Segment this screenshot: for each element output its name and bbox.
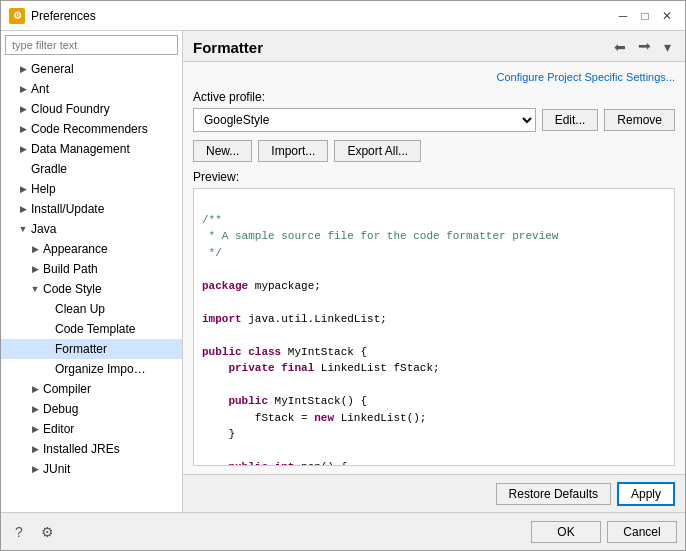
- preferences-window: ⚙ Preferences ─ □ ✕ ▶ General ▶ Ant ▶: [0, 0, 686, 551]
- menu-button[interactable]: ▾: [660, 37, 675, 57]
- help-icon[interactable]: ?: [9, 522, 29, 542]
- arrow-junit: ▶: [29, 463, 41, 475]
- sidebar-label-formatter: Formatter: [55, 342, 107, 356]
- arrow-cloud-foundry: ▶: [17, 103, 29, 115]
- arrow-installed-jres: ▶: [29, 443, 41, 455]
- configure-project-link[interactable]: Configure Project Specific Settings...: [496, 71, 675, 83]
- sidebar-item-editor[interactable]: ▶ Editor: [1, 419, 182, 439]
- arrow-ant: ▶: [17, 83, 29, 95]
- action-buttons: New... Import... Export All...: [193, 140, 675, 162]
- sidebar-label-editor: Editor: [43, 422, 74, 436]
- sidebar-label-debug: Debug: [43, 402, 78, 416]
- sidebar-item-java[interactable]: ▼ Java: [1, 219, 182, 239]
- edit-button[interactable]: Edit...: [542, 109, 599, 131]
- ok-button[interactable]: OK: [531, 521, 601, 543]
- tree-container: ▶ General ▶ Ant ▶ Cloud Foundry ▶ Code R…: [1, 59, 182, 512]
- sidebar-label-general: General: [31, 62, 74, 76]
- sidebar-label-cloud-foundry: Cloud Foundry: [31, 102, 110, 116]
- arrow-data-management: ▶: [17, 143, 29, 155]
- sidebar-label-junit: JUnit: [43, 462, 70, 476]
- right-body: Configure Project Specific Settings... A…: [183, 62, 685, 474]
- sidebar-item-code-recommenders[interactable]: ▶ Code Recommenders: [1, 119, 182, 139]
- settings-icon[interactable]: ⚙: [37, 522, 57, 542]
- title-bar: ⚙ Preferences ─ □ ✕: [1, 1, 685, 31]
- arrow-install-update: ▶: [17, 203, 29, 215]
- sidebar-item-clean-up[interactable]: ▶ Clean Up: [1, 299, 182, 319]
- configure-link-container: Configure Project Specific Settings...: [193, 70, 675, 84]
- preview-scrollable[interactable]: /** * A sample source file for the code …: [194, 189, 674, 465]
- arrow-help: ▶: [17, 183, 29, 195]
- remove-button[interactable]: Remove: [604, 109, 675, 131]
- panel-title: Formatter: [193, 39, 263, 56]
- sidebar-label-java: Java: [31, 222, 56, 236]
- sidebar-label-installed-jres: Installed JREs: [43, 442, 120, 456]
- sidebar-item-help[interactable]: ▶ Help: [1, 179, 182, 199]
- arrow-editor: ▶: [29, 423, 41, 435]
- sidebar-item-code-template[interactable]: ▶ Code Template: [1, 319, 182, 339]
- bottom-left: ? ⚙: [9, 522, 57, 542]
- header-icons: ⬅ ⮕ ▾: [610, 37, 675, 57]
- arrow-build-path: ▶: [29, 263, 41, 275]
- preview-area: /** * A sample source file for the code …: [193, 188, 675, 466]
- apply-button[interactable]: Apply: [617, 482, 675, 506]
- sidebar-item-debug[interactable]: ▶ Debug: [1, 399, 182, 419]
- active-profile-label: Active profile:: [193, 90, 675, 104]
- maximize-button[interactable]: □: [635, 6, 655, 26]
- arrow-code-recommenders: ▶: [17, 123, 29, 135]
- right-panel: Formatter ⬅ ⮕ ▾ Configure Project Specif…: [183, 31, 685, 512]
- sidebar-item-appearance[interactable]: ▶ Appearance: [1, 239, 182, 259]
- arrow-java: ▼: [17, 223, 29, 235]
- sidebar-label-clean-up: Clean Up: [55, 302, 105, 316]
- arrow-general: ▶: [17, 63, 29, 75]
- preview-label: Preview:: [193, 170, 675, 184]
- profile-row: GoogleStyle Eclipse [built-in] Java Conv…: [193, 108, 675, 132]
- sidebar-item-organize-imports[interactable]: ▶ Organize Impo…: [1, 359, 182, 379]
- bottom-bar: ? ⚙ OK Cancel: [1, 512, 685, 550]
- window-title: Preferences: [31, 9, 613, 23]
- profile-select[interactable]: GoogleStyle Eclipse [built-in] Java Conv…: [193, 108, 536, 132]
- arrow-debug: ▶: [29, 403, 41, 415]
- sidebar-item-compiler[interactable]: ▶ Compiler: [1, 379, 182, 399]
- sidebar-label-help: Help: [31, 182, 56, 196]
- sidebar-item-formatter[interactable]: ▶ Formatter: [1, 339, 182, 359]
- close-button[interactable]: ✕: [657, 6, 677, 26]
- sidebar-label-compiler: Compiler: [43, 382, 91, 396]
- main-content: ▶ General ▶ Ant ▶ Cloud Foundry ▶ Code R…: [1, 31, 685, 512]
- sidebar-label-gradle: Gradle: [31, 162, 67, 176]
- cancel-button[interactable]: Cancel: [607, 521, 677, 543]
- window-controls: ─ □ ✕: [613, 6, 677, 26]
- sidebar-item-install-update[interactable]: ▶ Install/Update: [1, 199, 182, 219]
- new-button[interactable]: New...: [193, 140, 252, 162]
- sidebar-label-code-style: Code Style: [43, 282, 102, 296]
- sidebar-label-install-update: Install/Update: [31, 202, 104, 216]
- code-preview: /** * A sample source file for the code …: [202, 195, 666, 465]
- sidebar-item-gradle[interactable]: ▶ Gradle: [1, 159, 182, 179]
- forward-history-button[interactable]: ⮕: [634, 37, 656, 57]
- sidebar-item-installed-jres[interactable]: ▶ Installed JREs: [1, 439, 182, 459]
- sidebar-item-cloud-foundry[interactable]: ▶ Cloud Foundry: [1, 99, 182, 119]
- sidebar-item-build-path[interactable]: ▶ Build Path: [1, 259, 182, 279]
- sidebar-item-general[interactable]: ▶ General: [1, 59, 182, 79]
- window-icon: ⚙: [9, 8, 25, 24]
- right-header: Formatter ⬅ ⮕ ▾: [183, 31, 685, 62]
- right-bottom-bar: Restore Defaults Apply: [183, 474, 685, 512]
- sidebar-label-organize-imports: Organize Impo…: [55, 362, 146, 376]
- arrow-appearance: ▶: [29, 243, 41, 255]
- sidebar-label-build-path: Build Path: [43, 262, 98, 276]
- export-all-button[interactable]: Export All...: [334, 140, 421, 162]
- filter-input[interactable]: [5, 35, 178, 55]
- arrow-code-style: ▼: [29, 283, 41, 295]
- sidebar-label-code-recommenders: Code Recommenders: [31, 122, 148, 136]
- back-history-button[interactable]: ⬅: [610, 37, 630, 57]
- arrow-compiler: ▶: [29, 383, 41, 395]
- sidebar-item-ant[interactable]: ▶ Ant: [1, 79, 182, 99]
- sidebar-label-data-management: Data Management: [31, 142, 130, 156]
- sidebar-item-code-style[interactable]: ▼ Code Style: [1, 279, 182, 299]
- sidebar-item-junit[interactable]: ▶ JUnit: [1, 459, 182, 479]
- sidebar-item-data-management[interactable]: ▶ Data Management: [1, 139, 182, 159]
- minimize-button[interactable]: ─: [613, 6, 633, 26]
- left-panel: ▶ General ▶ Ant ▶ Cloud Foundry ▶ Code R…: [1, 31, 183, 512]
- import-button[interactable]: Import...: [258, 140, 328, 162]
- restore-defaults-button[interactable]: Restore Defaults: [496, 483, 611, 505]
- sidebar-label-appearance: Appearance: [43, 242, 108, 256]
